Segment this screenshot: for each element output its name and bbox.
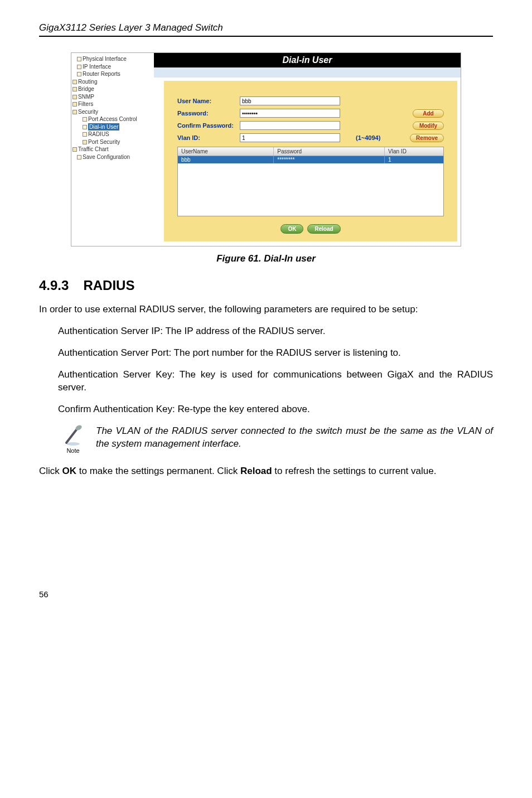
page-icon	[77, 65, 81, 69]
page-icon	[83, 117, 87, 122]
tree-item-label: Port Access Control	[88, 116, 137, 122]
param-server-key: Authentication Server Key: The key is us…	[58, 369, 493, 394]
confirm-password-label: Confirm Password:	[177, 122, 240, 129]
cell-username: bbb	[178, 156, 274, 163]
note-icon: Note	[58, 425, 88, 454]
tree-item-label: SNMP	[78, 94, 94, 100]
vlanid-input[interactable]	[240, 133, 340, 142]
tree-item-label: Bridge	[78, 86, 94, 92]
confirm-password-input[interactable]	[240, 121, 340, 130]
section-number: 4.9.3	[39, 278, 69, 293]
section-heading: 4.9.3RADIUS	[39, 278, 493, 293]
svg-point-0	[66, 442, 80, 446]
page-icon	[83, 132, 87, 137]
password-label: Password:	[177, 110, 240, 117]
folder-icon	[72, 102, 77, 107]
th-password: Password	[274, 147, 385, 156]
user-table: UserName Password Vlan ID bbb ******** 1	[177, 147, 444, 216]
folder-icon	[72, 87, 77, 91]
tree-item[interactable]: Security	[72, 108, 153, 116]
password-input[interactable]	[240, 109, 340, 118]
tree-item[interactable]: Bridge	[72, 85, 153, 93]
tree-item-label: Traffic Chart	[78, 146, 108, 152]
param-confirm-key: Confirm Authentication Key: Re-type the …	[58, 403, 493, 416]
tree-item[interactable]: IP Interface	[72, 63, 153, 71]
running-header: GigaX3112 Series Layer 3 Managed Switch	[39, 22, 493, 37]
tree-item-label: Physical Interface	[83, 56, 127, 62]
note-label: Note	[58, 447, 88, 454]
nav-tree: Physical InterfaceIP InterfaceRouter Rep…	[71, 53, 154, 246]
tree-item[interactable]: Port Security	[72, 138, 153, 146]
th-username: UserName	[178, 147, 274, 156]
username-label: User Name:	[177, 98, 240, 104]
page-number: 56	[39, 589, 493, 599]
tree-item[interactable]: Traffic Chart	[72, 146, 153, 153]
tree-item-label: Filters	[78, 101, 93, 107]
table-row[interactable]: bbb ******** 1	[178, 156, 443, 163]
note-block: Note The VLAN of the RADIUS server conne…	[58, 425, 493, 454]
tree-item-label: RADIUS	[88, 131, 109, 137]
tree-item-label: Save Configuration	[83, 154, 130, 160]
folder-icon	[83, 140, 87, 144]
remove-button[interactable]: Remove	[410, 134, 444, 142]
page-icon	[77, 57, 81, 61]
th-vlanid: Vlan ID	[385, 147, 443, 156]
tree-item-label: Port Security	[88, 139, 120, 145]
username-input[interactable]	[240, 96, 340, 105]
reload-button[interactable]: Reload	[307, 224, 340, 234]
folder-icon	[72, 110, 77, 114]
tree-item-label: IP Interface	[83, 64, 111, 70]
vlanid-range: (1~4094)	[356, 134, 380, 141]
page-icon	[83, 125, 87, 129]
form-panel: User Name: Password: Add Confirm Passwor…	[164, 81, 457, 241]
note-text: The VLAN of the RADIUS server connected …	[88, 425, 493, 451]
modify-button[interactable]: Modify	[413, 122, 444, 130]
section-title: RADIUS	[83, 278, 134, 293]
figure-caption: Figure 61. Dial-In user	[39, 253, 493, 264]
tree-item[interactable]: Dial-in User	[72, 123, 153, 131]
tree-item-label: Routing	[78, 79, 97, 85]
toolbar-spacer	[154, 67, 461, 78]
intro-paragraph: In order to use external RADIUS server, …	[39, 303, 493, 316]
tree-item[interactable]: Routing	[72, 78, 153, 86]
cell-password: ********	[274, 156, 385, 163]
tree-item[interactable]: Filters	[72, 100, 153, 108]
ok-button[interactable]: OK	[280, 224, 303, 234]
param-server-port: Authentication Server Port: The port num…	[58, 347, 493, 360]
dial-in-user-screenshot: Physical InterfaceIP InterfaceRouter Rep…	[71, 52, 461, 246]
tree-item-label: Router Reports	[83, 71, 120, 77]
folder-icon	[72, 80, 77, 84]
page-icon	[77, 155, 81, 159]
tree-item[interactable]: SNMP	[72, 93, 153, 101]
outro-paragraph: Click OK to make the settings permanent.…	[39, 465, 493, 478]
tree-item[interactable]: Physical Interface	[72, 55, 153, 63]
tree-item[interactable]: Router Reports	[72, 70, 153, 78]
tree-item[interactable]: RADIUS	[72, 130, 153, 138]
vlanid-label: Vlan ID:	[177, 134, 240, 141]
tree-item[interactable]: Save Configuration	[72, 153, 153, 161]
tree-item-label: Dial-in User	[88, 123, 119, 131]
folder-icon	[72, 147, 77, 152]
page-icon	[77, 72, 81, 76]
param-server-ip: Authentication Server IP: The IP address…	[58, 325, 493, 338]
cell-vlanid: 1	[385, 156, 443, 163]
add-button[interactable]: Add	[413, 109, 444, 118]
tree-item[interactable]: Port Access Control	[72, 115, 153, 123]
panel-title: Dial-in User	[154, 53, 461, 67]
tree-item-label: Security	[78, 109, 98, 115]
folder-icon	[72, 95, 77, 99]
